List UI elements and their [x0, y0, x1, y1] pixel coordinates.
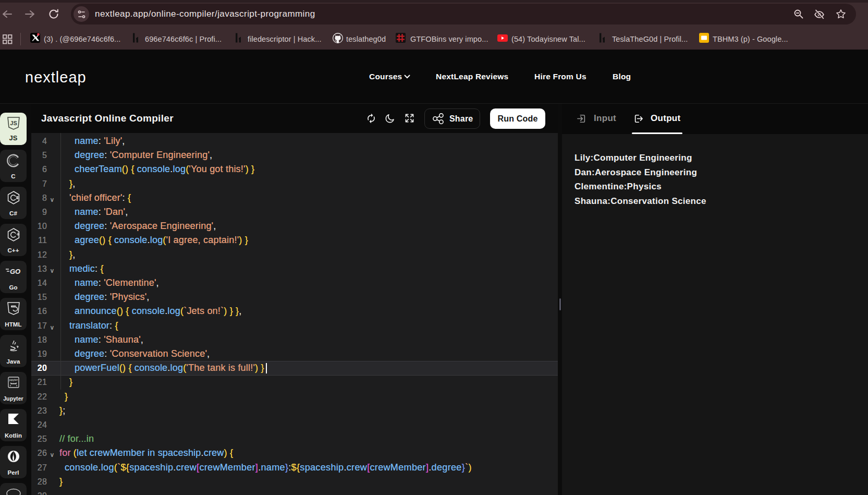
- svg-text:jupyter: jupyter: [8, 378, 18, 381]
- svg-text:JS: JS: [10, 120, 17, 126]
- svg-text:GO: GO: [10, 268, 20, 275]
